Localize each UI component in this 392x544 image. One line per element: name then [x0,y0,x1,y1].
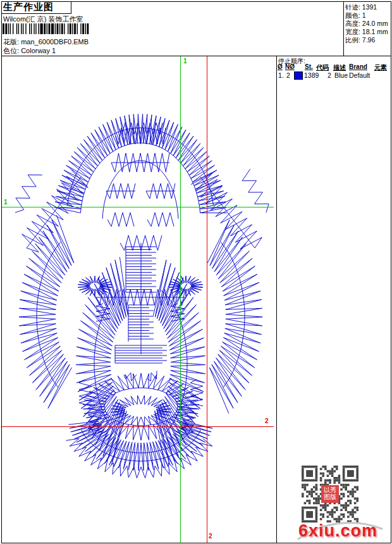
guide-label-2-bottom: 2 [209,533,212,540]
svg-text:图版: 图版 [324,493,336,500]
embroidery-design [0,0,392,544]
guide-label-1-left: 1 [4,199,8,206]
guide-red-vertical [207,56,207,543]
worksheet-page: 生产作业图 Wilcom(汇 京) 装饰工作室 花版: man_6000DBF0… [0,0,392,544]
guide-label-1-top: 1 [183,58,187,65]
svg-text:以秀: 以秀 [324,486,336,493]
guide-green-vertical [180,56,181,543]
guide-red-horizontal [2,426,274,427]
guide-label-2-right: 2 [265,418,269,424]
guide-green-horizontal [2,207,274,207]
watermark-text: 6xiu.com [298,521,377,541]
qr-code: 以秀图版 [302,466,358,522]
